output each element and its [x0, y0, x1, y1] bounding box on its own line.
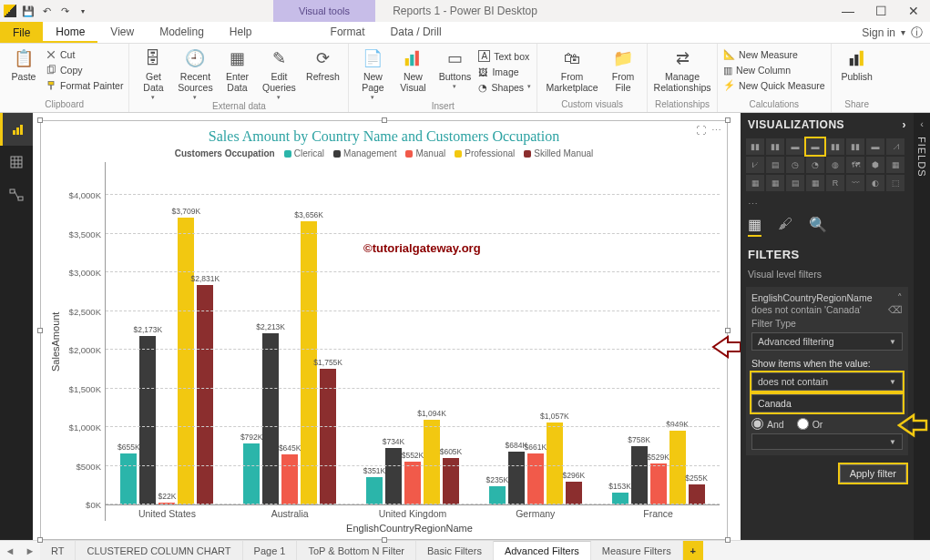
- resize-handle[interactable]: [37, 537, 43, 543]
- new-column-button[interactable]: ▥New Column: [723, 63, 825, 76]
- image-button[interactable]: 🖼Image: [478, 65, 531, 78]
- viz-tile[interactable]: ▮▮: [826, 138, 844, 155]
- refresh-button[interactable]: ⟳Refresh: [302, 47, 342, 82]
- collapse-filter-icon[interactable]: ˄: [897, 292, 903, 304]
- viz-tile[interactable]: ⬚: [886, 175, 904, 191]
- viz-tile[interactable]: ▬: [806, 138, 824, 155]
- viz-tile[interactable]: 🗺: [846, 157, 864, 173]
- viz-tile[interactable]: ▮▮: [766, 138, 784, 155]
- resize-handle[interactable]: [382, 537, 387, 543]
- file-tab[interactable]: File: [0, 22, 43, 43]
- more-options-icon[interactable]: ⋯: [711, 125, 721, 137]
- enter-data-button[interactable]: ▦Enter Data: [219, 47, 255, 93]
- viz-tile[interactable]: ▬: [866, 138, 884, 155]
- edit-queries-button[interactable]: ✎Edit Queries▾: [259, 47, 299, 101]
- resize-handle[interactable]: [725, 537, 731, 543]
- viz-tile[interactable]: ◷: [786, 157, 804, 173]
- help-icon[interactable]: ⓘ: [911, 25, 923, 41]
- new-measure-button[interactable]: 📐New Measure: [723, 47, 825, 61]
- new-page-button[interactable]: 📄New Page▾: [354, 47, 391, 101]
- viz-tile[interactable]: 〰: [846, 175, 864, 191]
- tab-home[interactable]: Home: [43, 22, 97, 43]
- viz-tile[interactable]: ◔: [806, 157, 824, 173]
- buttons-button[interactable]: ▭Buttons▾: [434, 47, 475, 90]
- page-tab[interactable]: CLUSTERED COLUMN CHART: [76, 541, 242, 560]
- qa-more-icon[interactable]: ▾: [75, 3, 91, 19]
- shapes-button[interactable]: ◔Shapes ▾: [478, 80, 531, 94]
- maximize-button[interactable]: ☐: [864, 0, 897, 22]
- chevron-left-icon[interactable]: ‹: [920, 118, 924, 129]
- minimize-button[interactable]: —: [832, 0, 864, 22]
- resize-handle[interactable]: [725, 328, 731, 333]
- new-visual-button[interactable]: New Visual: [394, 47, 431, 93]
- focus-mode-icon[interactable]: ⛶: [696, 125, 706, 137]
- viz-tile[interactable]: ◍: [826, 157, 844, 173]
- quick-measure-button[interactable]: ⚡New Quick Measure: [723, 78, 825, 92]
- get-data-button[interactable]: 🗄Get Data▾: [135, 47, 171, 101]
- from-file-button[interactable]: 📁From File: [605, 47, 641, 93]
- viz-tile[interactable]: ◐: [866, 175, 884, 191]
- report-canvas[interactable]: ⛶ ⋯ Sales Amount by Country Name and Cus…: [33, 113, 741, 540]
- analytics-tab-icon[interactable]: 🔍: [809, 216, 827, 237]
- and-radio[interactable]: And: [751, 418, 784, 430]
- filter-value-input[interactable]: [751, 394, 903, 412]
- viz-tile[interactable]: ▤: [766, 157, 784, 173]
- format-painter-button[interactable]: Format Painter: [46, 78, 123, 92]
- resize-handle[interactable]: [37, 117, 43, 123]
- report-view-button[interactable]: [0, 113, 33, 146]
- page-nav-prev[interactable]: ◄: [0, 541, 20, 560]
- visual-container[interactable]: ⛶ ⋯ Sales Amount by Country Name and Cus…: [40, 120, 728, 540]
- fields-tab-icon[interactable]: ▦: [748, 216, 761, 237]
- filter-operator-select[interactable]: does not contain▼: [751, 372, 903, 391]
- more-visuals-icon[interactable]: ⋯: [741, 197, 914, 212]
- visualizations-panel-header[interactable]: VISUALIZATIONS›: [741, 113, 914, 137]
- viz-tile[interactable]: ⩗: [746, 157, 764, 173]
- undo-icon[interactable]: ↶: [38, 3, 55, 19]
- viz-tile[interactable]: ▮▮: [846, 138, 864, 155]
- format-tab-icon[interactable]: 🖌: [778, 216, 792, 237]
- tab-help[interactable]: Help: [217, 22, 265, 43]
- viz-tile[interactable]: ⬢: [866, 157, 884, 173]
- signin-button[interactable]: Sign in ▾ ⓘ: [854, 22, 930, 43]
- manage-relationships-button[interactable]: ⇄Manage Relationships: [653, 47, 711, 93]
- add-page-button[interactable]: +: [683, 541, 703, 560]
- viz-tile[interactable]: ▦: [746, 175, 764, 191]
- filter-operator2-select[interactable]: ▼: [751, 433, 903, 450]
- cut-button[interactable]: Cut: [46, 47, 123, 61]
- save-icon[interactable]: 💾: [20, 3, 36, 19]
- viz-tile[interactable]: ▦: [766, 175, 784, 191]
- page-nav-next[interactable]: ►: [20, 541, 40, 560]
- tab-view[interactable]: View: [97, 22, 147, 43]
- viz-tile[interactable]: R: [826, 175, 844, 191]
- copy-button[interactable]: Copy: [46, 63, 123, 76]
- redo-icon[interactable]: ↷: [56, 3, 73, 19]
- apply-filter-button[interactable]: Apply filter: [840, 464, 906, 483]
- page-tab[interactable]: Advanced Filters: [494, 541, 591, 560]
- recent-sources-button[interactable]: 🕘Recent Sources▾: [175, 47, 215, 101]
- tab-format[interactable]: Format: [318, 22, 378, 43]
- or-radio[interactable]: Or: [797, 418, 823, 430]
- paste-button[interactable]: 📋 Paste: [5, 47, 42, 82]
- publish-button[interactable]: Publish: [837, 47, 877, 82]
- data-view-button[interactable]: [0, 146, 33, 178]
- clear-filter-icon[interactable]: ⌫: [888, 304, 903, 316]
- resize-handle[interactable]: [37, 328, 43, 333]
- page-tab[interactable]: RT: [40, 541, 76, 560]
- viz-tile[interactable]: ⩘: [886, 138, 904, 155]
- from-marketplace-button[interactable]: 🛍From Marketplace: [543, 47, 601, 93]
- textbox-button[interactable]: AText box: [478, 49, 531, 63]
- page-tab[interactable]: ToP & Bottom N Filter: [297, 541, 416, 560]
- page-tab[interactable]: Measure Filters: [591, 541, 683, 560]
- tab-data-drill[interactable]: Data / Drill: [378, 22, 455, 43]
- resize-handle[interactable]: [725, 117, 731, 123]
- model-view-button[interactable]: [0, 178, 33, 211]
- fields-rail-collapsed[interactable]: ‹ FIELDS: [914, 113, 930, 540]
- resize-handle[interactable]: [382, 117, 387, 123]
- viz-tile[interactable]: ▦: [806, 175, 824, 191]
- page-tab[interactable]: Basic Filters: [416, 541, 494, 560]
- viz-tile[interactable]: ▬: [786, 138, 804, 155]
- tab-modeling[interactable]: Modeling: [147, 22, 217, 43]
- viz-tile[interactable]: ▦: [886, 157, 904, 173]
- viz-tile[interactable]: ▤: [786, 175, 804, 191]
- filter-type-select[interactable]: Advanced filtering▼: [751, 332, 903, 351]
